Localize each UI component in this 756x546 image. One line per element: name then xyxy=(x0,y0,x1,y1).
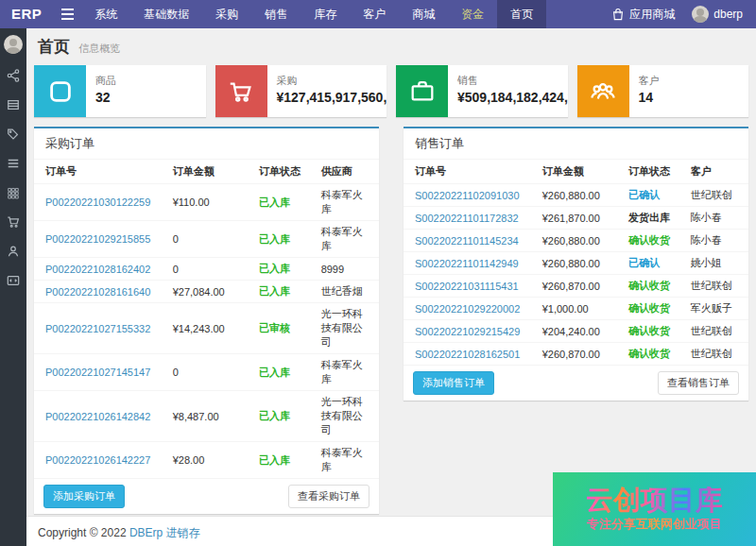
table-row: S00220221028162501 ¥260,870.00 确认收货 世纪联创 xyxy=(404,343,748,366)
table-row: P00220221026142227 ¥28.00 已入库 科泰军火库 xyxy=(34,442,379,479)
status-badge: 确认收货 xyxy=(628,234,670,246)
order-number-link[interactable]: S00220221028162501 xyxy=(415,349,520,360)
order-number-link[interactable]: P00220221027145147 xyxy=(45,367,150,378)
order-number-link[interactable]: P00220221026142842 xyxy=(45,411,150,422)
sidebar-item-share[interactable] xyxy=(6,68,21,83)
order-amount: ¥260,870.00 xyxy=(535,343,621,366)
nav-item-inventory[interactable]: 库存 xyxy=(301,0,350,28)
nav-item-home[interactable]: 首页 xyxy=(497,0,546,28)
users-icon xyxy=(577,65,629,117)
purchase-orders-table: 订单号 订单金额 订单状态 供应商 P00220221030122259 ¥11… xyxy=(34,160,379,478)
nav-item-purchase[interactable]: 采购 xyxy=(202,0,251,28)
status-badge: 发货出库 xyxy=(628,212,670,223)
order-number-link[interactable]: S00220221101145234 xyxy=(415,235,519,247)
icon-sidebar xyxy=(0,28,26,546)
status-badge: 已审核 xyxy=(259,322,290,333)
order-amount: ¥28.00 xyxy=(165,442,251,479)
user-menu[interactable]: dberp xyxy=(692,6,743,23)
table-row: S00220221101145234 ¥260,880.00 确认收货 陈小春 xyxy=(404,230,748,252)
add-sales-order-button[interactable]: 添加销售订单 xyxy=(413,371,494,395)
app-logo[interactable]: ERP xyxy=(0,0,53,28)
table-icon xyxy=(7,98,20,111)
stat-value: 14 xyxy=(639,90,660,105)
username-label: dberp xyxy=(713,8,743,21)
status-badge: 确认收货 xyxy=(628,302,670,314)
sidebar-toggle-button[interactable] xyxy=(53,0,81,28)
customer-name: 陈小春 xyxy=(683,230,748,252)
supplier-name: 光一环科技有限公司 xyxy=(314,391,379,442)
stat-value: 32 xyxy=(95,90,116,105)
order-number-link[interactable]: P00220221029215855 xyxy=(45,233,150,245)
nav-item-mall[interactable]: 商城 xyxy=(399,0,448,28)
briefcase-icon xyxy=(396,65,448,117)
status-badge: 已入库 xyxy=(259,263,290,274)
order-amount: ¥260,870.00 xyxy=(535,275,621,298)
order-number-link[interactable]: P00220221030122259 xyxy=(45,196,150,208)
col-header-status: 订单状态 xyxy=(621,160,683,184)
table-row: S00220221101142949 ¥260,880.00 已确认 姚小姐 xyxy=(404,252,748,275)
add-purchase-order-button[interactable]: 添加采购订单 xyxy=(43,485,125,508)
order-number-link[interactable]: P00220221026142227 xyxy=(45,454,150,466)
status-badge: 已入库 xyxy=(259,233,290,245)
hamburger-icon xyxy=(61,9,74,10)
sidebar-item-cart[interactable] xyxy=(6,214,21,230)
sidebar-item-code[interactable] xyxy=(6,273,21,288)
table-row: P00220221028161640 ¥27,084.00 已入库 世纪香烟 xyxy=(34,281,379,303)
nav-item-basic-data[interactable]: 基础数据 xyxy=(130,0,202,28)
customer-name: 姚小姐 xyxy=(683,252,748,275)
order-amount: ¥27,084.00 xyxy=(165,281,251,303)
main-content: 首页 信息概览 商品 32 采购 ¥127,415,917,560,032.0 xyxy=(26,28,756,546)
order-amount: ¥260,880.00 xyxy=(535,184,621,207)
stat-card-sales: 销售 ¥509,184,182,424,349.0 xyxy=(396,65,568,117)
nav-item-customer[interactable]: 客户 xyxy=(350,0,399,28)
page-header: 首页 信息概览 xyxy=(26,28,756,63)
order-number-link[interactable]: S00220221101142949 xyxy=(415,258,519,269)
order-number-link[interactable]: P00220221028161640 xyxy=(45,286,150,298)
order-number-link[interactable]: S00220221029215429 xyxy=(415,326,520,337)
sidebar-item-user[interactable] xyxy=(6,244,21,259)
stat-card-products: 商品 32 xyxy=(34,65,206,117)
order-number-link[interactable]: S00220221029220002 xyxy=(415,303,520,315)
customer-name: 世纪联创 xyxy=(683,320,748,343)
status-badge: 确认收货 xyxy=(628,280,670,291)
status-badge: 已确认 xyxy=(628,257,660,268)
nav-item-sales[interactable]: 销售 xyxy=(251,0,301,28)
supplier-name: 科泰军火库 xyxy=(314,442,379,479)
order-number-link[interactable]: P00220221027155332 xyxy=(45,323,150,334)
order-amount: ¥110.00 xyxy=(165,184,251,221)
sidebar-item-table[interactable] xyxy=(6,97,21,112)
supplier-name: 科泰军火库 xyxy=(314,184,379,221)
stat-cards-row: 商品 32 采购 ¥127,415,917,560,032.0 销售 xyxy=(34,65,748,117)
status-badge: 已确认 xyxy=(628,189,660,200)
view-purchase-orders-button[interactable]: 查看采购订单 xyxy=(288,485,369,508)
nav-item-system[interactable]: 系统 xyxy=(81,0,130,28)
app-store-label: 应用商城 xyxy=(629,7,675,23)
app-store-link[interactable]: 应用商城 xyxy=(611,7,675,23)
supplier-name: 世纪香烟 xyxy=(314,281,379,303)
table-row: P00220221029215855 0 已入库 科泰军火库 xyxy=(34,221,379,258)
dberp-link[interactable]: DBErp 进销存 xyxy=(129,526,200,539)
purchase-orders-panel: 采购订单 订单号 订单金额 订单状态 供应商 P0022022103012225… xyxy=(34,127,379,514)
shopping-bag-icon xyxy=(611,8,625,21)
table-row: S00220221029220002 ¥1,000.00 确认收货 军火贩子 xyxy=(404,298,748,320)
user-avatar xyxy=(692,6,709,23)
view-sales-orders-button[interactable]: 查看销售订单 xyxy=(658,371,739,395)
nav-item-funds[interactable]: 资金 xyxy=(448,0,497,28)
order-number-link[interactable]: S00220221101172832 xyxy=(415,213,519,224)
stat-value: ¥127,415,917,560,032.0 xyxy=(277,90,378,105)
bars-icon xyxy=(7,157,20,170)
table-row: S00220221101172832 ¥261,870.00 发货出库 陈小春 xyxy=(404,207,748,230)
order-number-link[interactable]: S00220221031115431 xyxy=(415,281,519,292)
sidebar-avatar[interactable] xyxy=(4,35,23,54)
sidebar-item-grid[interactable] xyxy=(6,185,21,200)
sidebar-item-tags[interactable] xyxy=(6,127,21,142)
share-nodes-icon xyxy=(7,69,20,82)
watermark-title: 云创项目库 xyxy=(586,486,723,514)
order-number-link[interactable]: S00220221102091030 xyxy=(415,190,520,201)
sidebar-item-list[interactable] xyxy=(6,156,21,171)
order-amount: ¥8,487.00 xyxy=(165,391,251,442)
top-navbar: ERP 系统 基础数据 采购 销售 库存 客户 商城 资金 首页 应用商城 db… xyxy=(0,0,756,28)
table-row: P00220221027155332 ¥14,243.00 已审核 光一环科技有… xyxy=(34,303,379,354)
supplier-name: 光一环科技有限公司 xyxy=(314,303,379,354)
order-number-link[interactable]: P00220221028162402 xyxy=(45,264,150,275)
